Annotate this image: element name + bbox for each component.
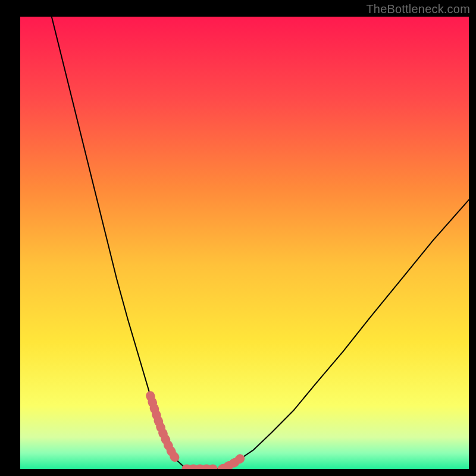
chart-svg [0,0,476,476]
watermark-text: TheBottleneck.com [366,2,470,16]
chart-container: TheBottleneck.com [0,0,476,476]
plot-area [20,17,469,469]
